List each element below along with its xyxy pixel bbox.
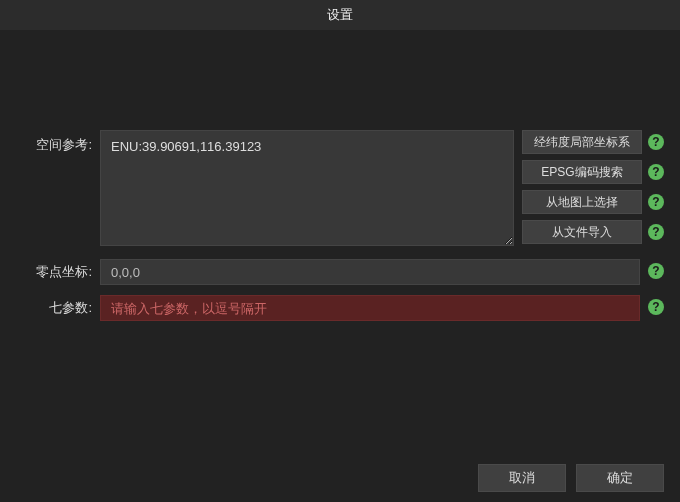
row-seven-params: 七参数: ? — [16, 295, 664, 321]
help-icon[interactable]: ? — [648, 134, 664, 150]
field-spatial-reference — [100, 130, 514, 249]
row-origin: 零点坐标: ? — [16, 259, 664, 285]
label-spatial-reference: 空间参考: — [16, 130, 100, 154]
dialog-title: 设置 — [327, 6, 353, 24]
trail-help-seven: ? — [648, 295, 664, 315]
ok-button[interactable]: 确定 — [576, 464, 664, 492]
footer-buttons: 取消 确定 — [478, 464, 664, 492]
content-area: 空间参考: 经纬度局部坐标系 ? EPSG编码搜索 ? 从地图上选择 ? 从文件… — [0, 30, 680, 321]
side-row-2: 从地图上选择 ? — [522, 190, 664, 214]
origin-input[interactable] — [100, 259, 640, 285]
help-icon[interactable]: ? — [648, 194, 664, 210]
help-icon[interactable]: ? — [648, 164, 664, 180]
seven-params-input[interactable] — [100, 295, 640, 321]
btn-enu-latlon[interactable]: 经纬度局部坐标系 — [522, 130, 642, 154]
field-seven-params — [100, 295, 640, 321]
side-row-3: 从文件导入 ? — [522, 220, 664, 244]
btn-import-from-file[interactable]: 从文件导入 — [522, 220, 642, 244]
title-bar: 设置 — [0, 0, 680, 30]
side-row-1: EPSG编码搜索 ? — [522, 160, 664, 184]
side-row-0: 经纬度局部坐标系 ? — [522, 130, 664, 154]
btn-epsg-search[interactable]: EPSG编码搜索 — [522, 160, 642, 184]
cancel-button[interactable]: 取消 — [478, 464, 566, 492]
label-seven-params: 七参数: — [16, 295, 100, 317]
help-icon[interactable]: ? — [648, 299, 664, 315]
spatial-side-buttons: 经纬度局部坐标系 ? EPSG编码搜索 ? 从地图上选择 ? 从文件导入 ? — [522, 130, 664, 244]
label-origin: 零点坐标: — [16, 259, 100, 281]
btn-pick-from-map[interactable]: 从地图上选择 — [522, 190, 642, 214]
trail-help-origin: ? — [648, 259, 664, 279]
row-spatial-reference: 空间参考: 经纬度局部坐标系 ? EPSG编码搜索 ? 从地图上选择 ? 从文件… — [16, 130, 664, 249]
help-icon[interactable]: ? — [648, 263, 664, 279]
field-origin — [100, 259, 640, 285]
spatial-reference-input[interactable] — [100, 130, 514, 246]
help-icon[interactable]: ? — [648, 224, 664, 240]
